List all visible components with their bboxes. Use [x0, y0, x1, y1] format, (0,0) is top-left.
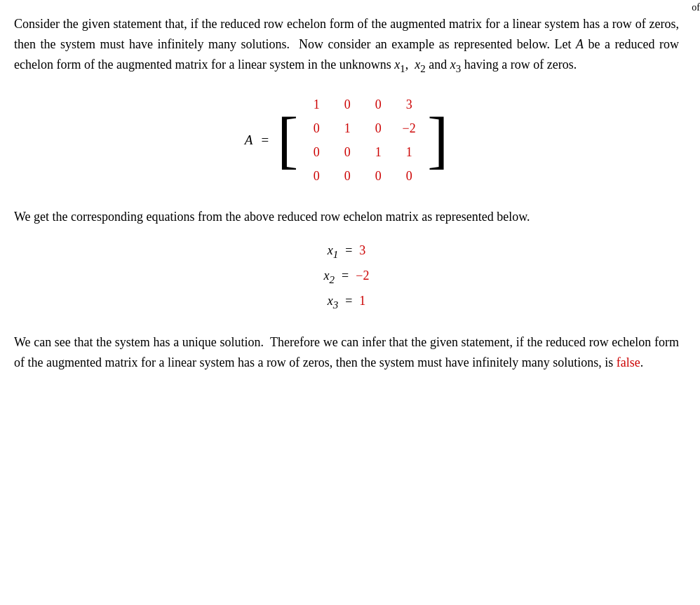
cell-2-3: 1: [398, 143, 419, 162]
sub-1: 1: [400, 62, 405, 74]
paragraph-1: Consider the given statement that, if th…: [14, 14, 679, 76]
equation-row-2: x2 = −2: [324, 266, 370, 287]
eq2-equals: =: [342, 266, 349, 285]
bracket-right: ]: [427, 93, 448, 187]
cell-2-1: 0: [337, 143, 358, 162]
cell-0-0: 1: [306, 95, 327, 114]
eq1-var: x1: [328, 241, 339, 262]
eq1-equals: =: [345, 241, 352, 260]
var-x3: x: [450, 57, 456, 72]
matrix-equals: =: [261, 130, 269, 151]
cell-3-3: 0: [398, 167, 419, 186]
matrix-grid: 1 0 0 3 0 1 0 −2 0 0 1 1 0 0 0 0: [302, 93, 423, 187]
cell-1-1: 1: [337, 119, 358, 138]
variable-A: A: [576, 37, 584, 51]
cell-0-3: 3: [398, 95, 419, 114]
paragraph-2: We get the corresponding equations from …: [14, 207, 679, 227]
matrix-section: A = [ 1 0 0 3 0 1 0 −2 0 0 1 1 0: [14, 93, 679, 187]
cell-0-1: 0: [337, 95, 358, 114]
cell-1-2: 0: [368, 119, 389, 138]
cell-2-0: 0: [306, 143, 327, 162]
eq1-sub: 1: [333, 249, 339, 260]
matrix-bracket-container: [ 1 0 0 3 0 1 0 −2 0 0 1 1 0 0 0: [277, 93, 448, 187]
cell-3-0: 0: [306, 167, 327, 186]
eq3-sub: 3: [333, 299, 339, 311]
equation-row-3: x3 = 1: [328, 292, 366, 313]
bracket-left: [: [277, 93, 298, 187]
eq2-value: −2: [356, 266, 369, 285]
cell-2-2: 1: [368, 143, 389, 162]
false-word: false: [617, 355, 640, 369]
eq3-value: 1: [359, 292, 365, 311]
eq2-var: x2: [324, 266, 335, 287]
eq2-sub: 2: [330, 274, 335, 285]
eq3-equals: =: [345, 292, 352, 311]
sub-2: 2: [420, 62, 426, 74]
equation-row-1: x1 = 3: [328, 241, 366, 262]
content-area: of Consider the given statement that, if…: [14, 14, 679, 373]
equations-section: x1 = 3 x2 = −2 x3 = 1: [14, 241, 679, 313]
eq3-var: x3: [328, 292, 339, 313]
cell-1-0: 0: [306, 119, 327, 138]
paragraph-3: We can see that the system has a unique …: [14, 332, 679, 373]
cell-3-2: 0: [368, 167, 389, 186]
matrix-label: A: [245, 130, 253, 151]
eq1-value: 3: [359, 241, 365, 260]
cell-3-1: 0: [337, 167, 358, 186]
cell-0-2: 0: [368, 95, 389, 114]
sub-3: 3: [456, 62, 462, 74]
cell-1-3: −2: [398, 119, 419, 138]
page-indicator: of: [692, 0, 700, 15]
